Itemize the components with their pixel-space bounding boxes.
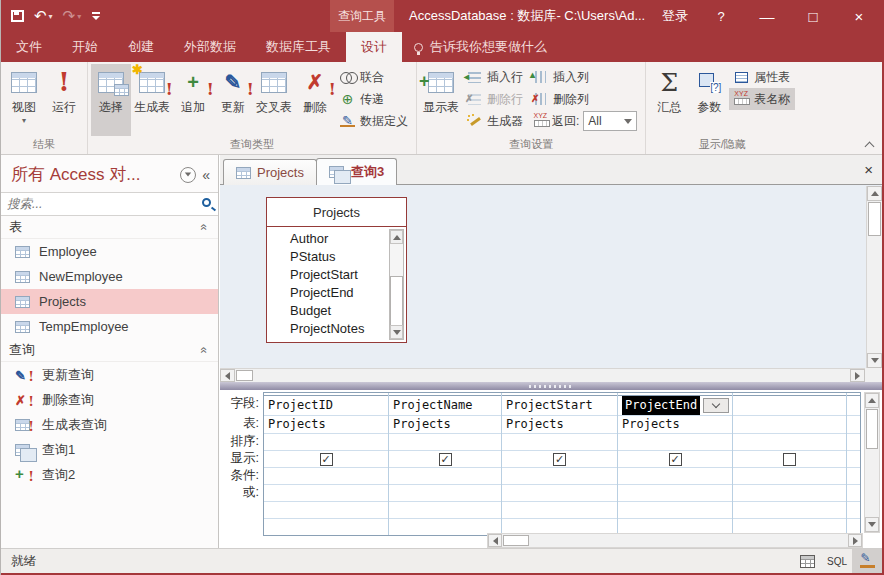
grid-vscrollbar[interactable] (864, 392, 880, 533)
field-item[interactable]: PStatus (267, 248, 406, 266)
shutter-bar-close-button[interactable]: « (202, 167, 210, 183)
update-button[interactable]: ✎! 更新 (213, 64, 253, 136)
scrollbar-thumb[interactable] (390, 276, 403, 326)
undo-button[interactable]: ↶▾ (34, 7, 53, 25)
make-table-button[interactable]: ✱! 生成表 (131, 64, 173, 136)
table-cell[interactable]: Projects (264, 416, 388, 434)
field-item[interactable]: ProjectStart (267, 266, 406, 284)
selected-field-value[interactable]: ProjectEnd (622, 396, 700, 415)
field-dropdown-button[interactable] (703, 398, 729, 413)
pass-through-button[interactable]: ⊕传递 (335, 88, 413, 110)
field-item[interactable]: ProjectNotes (267, 320, 406, 338)
maximize-button[interactable]: □ (790, 0, 836, 32)
customize-qat-button[interactable] (91, 12, 101, 20)
show-table-button[interactable]: + 显示表 (420, 64, 462, 136)
grid-column-4[interactable]: ProjectEnd Projects ✓ (618, 393, 733, 535)
criteria-cell[interactable] (502, 468, 617, 485)
table-cell[interactable]: Projects (502, 416, 617, 434)
property-sheet-button[interactable]: 属性表 (729, 66, 795, 88)
criteria-cell[interactable] (733, 468, 846, 485)
criteria-cell[interactable] (389, 468, 501, 485)
nav-item-newemployee[interactable]: NewEmployee (1, 264, 218, 289)
builder-button[interactable]: 生成器 (462, 110, 528, 132)
nav-item-query2[interactable]: +! 查询2 (1, 462, 218, 487)
delete-columns-button[interactable]: ✗删除列 (528, 88, 642, 110)
nav-item-delete-query[interactable]: ✗! 删除查询 (1, 387, 218, 412)
tab-file[interactable]: 文件 (1, 32, 57, 62)
doc-tab-query3[interactable]: 查询3 (316, 158, 397, 185)
search-box[interactable] (1, 192, 218, 216)
or-cell[interactable] (618, 485, 732, 502)
nav-item-query1[interactable]: 查询1 (1, 437, 218, 462)
show-cell[interactable]: ✓ (264, 451, 388, 468)
delete-button[interactable]: ✗! 删除 (295, 64, 335, 136)
redo-button[interactable]: ↷▾ (63, 7, 82, 25)
scroll-left-icon[interactable] (220, 369, 235, 382)
grid-column-2[interactable]: ProjectName Projects ✓ (389, 393, 502, 535)
scrollbar-thumb[interactable] (868, 202, 881, 236)
grid-column-5[interactable] (733, 393, 847, 535)
nav-menu-button[interactable] (180, 167, 196, 183)
help-button[interactable]: ? (698, 0, 744, 32)
show-checkbox[interactable] (783, 453, 796, 466)
scroll-right-icon[interactable] (848, 534, 862, 547)
close-document-icon[interactable]: × (864, 161, 873, 178)
or-cell[interactable] (733, 485, 846, 502)
scroll-down-icon[interactable] (390, 325, 403, 339)
data-definition-button[interactable]: ✎数据定义 (335, 110, 413, 132)
view-button[interactable]: 视图 ▾ (4, 64, 44, 136)
field-cell[interactable]: ProjectStart (502, 396, 617, 416)
close-button[interactable]: × (836, 0, 882, 32)
or-cell[interactable] (502, 485, 617, 502)
scroll-left-icon[interactable] (488, 534, 502, 547)
table-cell[interactable]: Projects (618, 416, 732, 434)
tell-me-box[interactable]: 告诉我你想要做什么 (402, 32, 559, 62)
sort-cell[interactable] (389, 434, 501, 451)
tab-design[interactable]: 设计 (346, 32, 402, 62)
scrollbar-thumb[interactable] (236, 370, 253, 381)
show-checkbox[interactable]: ✓ (320, 453, 333, 466)
query-design-surface[interactable]: Projects Author PStatus ProjectStart Pro… (220, 186, 865, 368)
field-list-title[interactable]: Projects (267, 198, 406, 227)
sort-cell[interactable] (618, 434, 732, 451)
append-button[interactable]: +! 追加 (173, 64, 213, 136)
tables-section-header[interactable]: 表 « (1, 216, 218, 239)
field-item[interactable]: Budget (267, 302, 406, 320)
criteria-cell[interactable] (264, 468, 388, 485)
undo-dropdown-icon[interactable]: ▾ (49, 12, 53, 21)
design-grid[interactable]: ProjectID Projects ✓ ProjectName Project… (263, 392, 861, 536)
doc-tab-projects[interactable]: Projects (223, 159, 317, 185)
save-button[interactable] (11, 10, 24, 22)
insert-columns-button[interactable]: ▴插入列 (528, 66, 642, 88)
show-checkbox[interactable]: ✓ (553, 453, 566, 466)
field-cell[interactable] (733, 396, 846, 416)
field-cell[interactable]: ProjectID (264, 396, 388, 416)
sign-in-button[interactable]: 登录 (652, 0, 698, 32)
tab-database-tools[interactable]: 数据库工具 (251, 32, 346, 62)
sort-cell[interactable] (733, 434, 846, 451)
collapse-ribbon-icon[interactable] (866, 141, 873, 148)
search-input[interactable] (1, 193, 218, 215)
scroll-right-icon[interactable] (850, 369, 865, 382)
show-checkbox[interactable]: ✓ (439, 453, 452, 466)
run-button[interactable]: ! 运行 (44, 64, 84, 136)
show-checkbox[interactable]: ✓ (669, 453, 682, 466)
or-cell[interactable] (389, 485, 501, 502)
pane-splitter[interactable] (220, 382, 882, 390)
sort-cell[interactable] (502, 434, 617, 451)
field-cell[interactable]: ProjectName (389, 396, 501, 416)
scroll-up-icon[interactable] (865, 393, 879, 408)
field-list-scrollbar[interactable] (389, 229, 404, 340)
field-item[interactable]: ProjectEnd (267, 284, 406, 302)
totals-button[interactable]: Σ 汇总 (649, 64, 689, 136)
grid-hscrollbar[interactable] (487, 533, 863, 548)
datasheet-view-button[interactable] (792, 549, 822, 574)
scroll-down-icon[interactable] (865, 517, 879, 532)
show-cell[interactable]: ✓ (389, 451, 501, 468)
nav-item-update-query[interactable]: ✎! 更新查询 (1, 362, 218, 387)
sql-view-button[interactable]: SQL (822, 549, 852, 574)
table-cell[interactable]: Projects (389, 416, 501, 434)
top-pane-vscrollbar[interactable] (866, 186, 882, 368)
scroll-up-icon[interactable] (390, 230, 403, 244)
top-pane-hscrollbar[interactable] (220, 368, 865, 382)
